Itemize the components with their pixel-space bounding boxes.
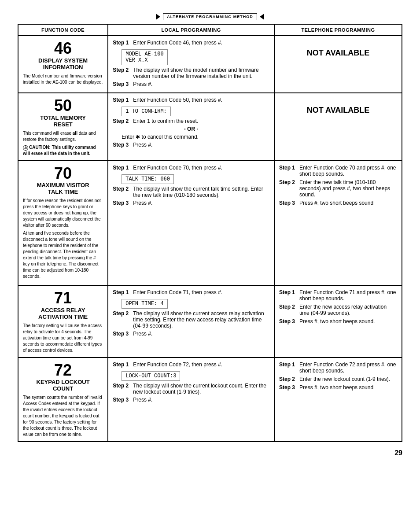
step-label: Step 2 (279, 304, 298, 316)
func-code-cell-46: 46DISPLAY SYSTEM INFORMATIONThe Model nu… (18, 36, 108, 93)
step-row: Step 3Press #. (113, 81, 269, 87)
table-row-50: 50TOTAL MEMORY RESETThis command will er… (18, 93, 402, 161)
local-prog-cell-72: Step 1Enter Function Code 72, then press… (108, 358, 274, 442)
screen-display: MODEL AE-100 VER X.X (122, 49, 167, 65)
table-row-70: 70MAXIMUM VISITOR TALK TIMEIf for some r… (18, 161, 402, 286)
step-content: Press #. (133, 397, 269, 403)
step-content: Enter Function Code 72, then press #. (133, 361, 269, 368)
step-label: Step 3 (113, 142, 131, 148)
col-header-tel: TELEPHONE PROGRAMMING (274, 24, 402, 36)
tel-prog-cell-70: Step 1Enter Function Code 70 and press #… (274, 161, 402, 286)
step-content: Enter the new lockout count (1-9 tries). (299, 376, 397, 382)
func-code-cell-71: 71ACCESS RELAY ACTIVATION TIMEThe factor… (18, 285, 108, 358)
func-desc-71: The factory setting will cause the acces… (23, 323, 103, 354)
tel-prog-cell-72: Step 1Enter Function Code 72 and press #… (274, 358, 402, 442)
func-number-71: 71 (23, 289, 103, 307)
func-title-72: KEYPAD LOCKOUT COUNT (23, 379, 103, 392)
step-content: The display will show the current access… (133, 310, 269, 329)
step-label: Step 3 (113, 331, 131, 337)
step-label: Step 3 (279, 318, 298, 324)
main-table: FUNCTION CODE LOCAL PROGRAMMING TELEPHON… (18, 24, 402, 442)
step-content: Enter Function Code 70, then press #. (133, 165, 269, 171)
arrow-left-icon (260, 14, 264, 20)
arrow-right-icon (156, 14, 160, 20)
step-row: Step 1Enter Function Code 71, then press… (113, 289, 269, 295)
func-number-72: 72 (23, 361, 103, 379)
step-label: Step 2 (113, 383, 131, 395)
func-desc-72: The system counts the number of invalid … (23, 395, 103, 438)
step-label: Step 2 (113, 118, 131, 124)
step-row: Step 2Enter the new access relay activat… (279, 304, 397, 316)
step-content: Press #, two short beeps sound (299, 200, 397, 206)
step-content: The display will show the current talk t… (133, 186, 269, 198)
func-title-46: DISPLAY SYSTEM INFORMATION (23, 57, 103, 70)
func-number-50: 50 (23, 97, 103, 114)
func-desc-46: The Model number and firmware version in… (23, 73, 103, 85)
step-label: Step 1 (113, 40, 131, 46)
step-label: Step 3 (279, 200, 298, 206)
not-available-label: NOT AVAILABLE (279, 40, 397, 66)
step-row: Step 1Enter Function Code 72, then press… (113, 361, 269, 368)
step-row: Step 1Enter Function Code 46, then press… (113, 40, 269, 46)
step-row: Step 3Press #. (113, 200, 269, 206)
step-row: Step 1Enter Function Code 71 and press #… (279, 289, 397, 302)
col-header-func: FUNCTION CODE (18, 24, 108, 36)
step-content: Enter 1 to confirm the reset. (133, 118, 269, 124)
step-row: Step 2Enter the new lockout count (1-9 t… (279, 376, 397, 382)
step-content: Enter Function Code 71 and press #, one … (299, 289, 397, 302)
screen-display: 1 TO CONFIRM: (122, 107, 171, 116)
step-row: Step 2The display will show the current … (113, 383, 269, 395)
step-content: Press #, two short beeps sound (299, 384, 397, 391)
step-label: Step 3 (279, 384, 298, 391)
step-row: Step 1Enter Function Code 70, then press… (113, 165, 269, 171)
func-number-70: 70 (23, 165, 103, 182)
or-separator: - OR - (113, 126, 269, 132)
step-label: Step 1 (279, 165, 298, 177)
table-row-71: 71ACCESS RELAY ACTIVATION TIMEThe factor… (18, 285, 402, 358)
step-row: Step 2The display will show the current … (113, 310, 269, 329)
local-prog-cell-50: Step 1Enter Function Code 50, then press… (108, 93, 274, 161)
step-content: Enter Function Code 71, then press #. (133, 289, 269, 295)
step-content: Press #. (133, 81, 269, 87)
table-row-72: 72KEYPAD LOCKOUT COUNTThe system counts … (18, 358, 402, 442)
step-label: Step 1 (113, 361, 131, 368)
step-content: The display will show the model number a… (133, 67, 269, 79)
local-prog-cell-46: Step 1Enter Function Code 46, then press… (108, 36, 274, 93)
step-label: Step 1 (113, 165, 131, 171)
tel-prog-cell-46: NOT AVAILABLE (274, 36, 402, 93)
step-row: Step 1Enter Function Code 72 and press #… (279, 361, 397, 374)
page-header: ALTERNATE PROGRAMMING METHOD (18, 13, 402, 20)
step-content: Enter Function Code 46, then press #. (133, 40, 269, 46)
step-label: Step 1 (113, 289, 131, 295)
func-desc-50: This command will erase all data and res… (23, 130, 103, 157)
step-row: Step 1Enter Function Code 70 and press #… (279, 165, 397, 177)
step-content: Enter Function Code 50, then press #. (133, 97, 269, 103)
func-title-71: ACCESS RELAY ACTIVATION TIME (23, 307, 103, 320)
step-label: Step 1 (279, 289, 298, 302)
screen-display: LOCK-OUT COUNT:3 (122, 371, 180, 381)
step-content: The display will show the current lockou… (133, 383, 269, 395)
func-code-cell-50: 50TOTAL MEMORY RESETThis command will er… (18, 93, 108, 161)
step-row: Step 2The display will show the model nu… (113, 67, 269, 79)
step-row: Step 3Press #, two short beeps sound. (279, 318, 397, 324)
step-row: Step 3Press #, two short beeps sound (279, 384, 397, 391)
step-content: Press #, two short beeps sound. (299, 318, 397, 324)
step-content: Press #. (133, 200, 269, 206)
step-label: Step 1 (113, 97, 131, 103)
step-label: Step 2 (279, 376, 298, 382)
step-label: Step 3 (113, 397, 131, 403)
step-row: Step 3Press #. (113, 397, 269, 403)
caution-50: ⚠CAUTION: This utility command will eras… (23, 144, 103, 157)
step-content: Press #. (133, 142, 269, 148)
func-code-cell-70: 70MAXIMUM VISITOR TALK TIMEIf for some r… (18, 161, 108, 286)
step-row: Step 2Enter the new talk time (010-180 s… (279, 179, 397, 198)
step-content: Press #. (133, 331, 269, 337)
step-label: Step 1 (279, 361, 298, 374)
func-title-50: TOTAL MEMORY RESET (23, 114, 103, 128)
step-row: Step 2Enter 1 to confirm the reset. (113, 118, 269, 124)
step-content: Enter the new access relay activation ti… (299, 304, 397, 316)
tel-prog-cell-50: NOT AVAILABLE (274, 93, 402, 161)
step-row: Step 3Press #, two short beeps sound (279, 200, 397, 206)
func-code-cell-72: 72KEYPAD LOCKOUT COUNTThe system counts … (18, 358, 108, 442)
step-row: Step 2The display will show the current … (113, 186, 269, 198)
